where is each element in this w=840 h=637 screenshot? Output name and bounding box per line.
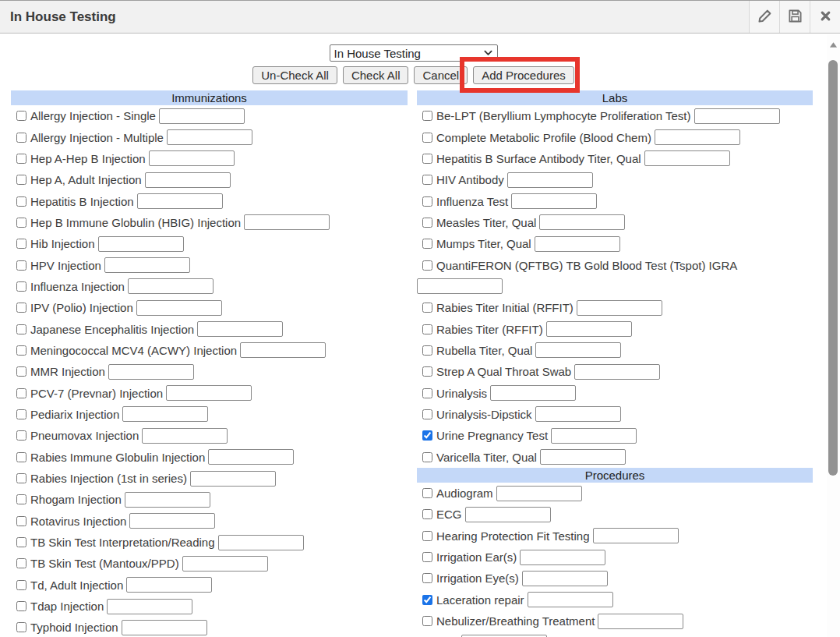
checkbox-pcv-7-prevnar-injection[interactable]: [16, 388, 26, 398]
count-input-complete-metabolic-profile-blood-chem[interactable]: [655, 129, 740, 145]
checkbox-rabies-titer-initial-rffit[interactable]: [422, 303, 432, 313]
count-input-ecg[interactable]: [465, 507, 551, 522]
close-button[interactable]: [810, 1, 840, 33]
count-input-pcv-7-prevnar-injection[interactable]: [166, 385, 252, 401]
count-input-urine-pregnancy-test[interactable]: [551, 428, 637, 444]
count-input-hpv-injection[interactable]: [104, 257, 190, 273]
count-input-nebulizer-breathing-treatment[interactable]: [598, 614, 683, 629]
checkbox-measles-titer-qual[interactable]: [422, 218, 432, 228]
checkbox-allergy-injection-multiple[interactable]: [16, 133, 26, 143]
count-input-rabies-immune-globulin-injection[interactable]: [208, 449, 294, 465]
count-input-tb-skin-test-interpretation-reading[interactable]: [218, 535, 304, 550]
checkbox-tb-skin-test-interpretation-reading[interactable]: [16, 537, 26, 547]
checkbox-pediarix-injection[interactable]: [16, 409, 26, 419]
checkbox-rabies-injection-1st-in-series[interactable]: [16, 473, 26, 483]
un-check-all-button[interactable]: Un-Check All: [252, 66, 337, 84]
count-input-hep-a-adult-injection[interactable]: [145, 172, 231, 188]
checkbox-strep-a-qual-throat-swab[interactable]: [422, 366, 432, 377]
count-input-rabies-titer-rffit[interactable]: [546, 321, 632, 337]
checkbox-hiv-antibody[interactable]: [422, 175, 432, 185]
count-input-strep-a-qual-throat-swab[interactable]: [574, 364, 660, 380]
count-input-td-adult-injection[interactable]: [126, 577, 212, 593]
category-select[interactable]: In House Testing: [330, 44, 498, 62]
add-procedures-button[interactable]: Add Procedures: [473, 66, 574, 84]
checkbox-tdap-injection[interactable]: [16, 601, 26, 611]
checkbox-hep-a-hep-b-injection[interactable]: [16, 154, 26, 164]
count-input-allergy-injection-single[interactable]: [159, 108, 245, 124]
checkbox-influenza-injection[interactable]: [16, 281, 26, 292]
checkbox-influenza-test[interactable]: [422, 196, 432, 207]
checkbox-hib-injection[interactable]: [16, 239, 26, 249]
checkbox-be-lpt-beryllium-lymphocyte-proliferation-test[interactable]: [422, 111, 432, 121]
count-input-hiv-antibody[interactable]: [507, 172, 593, 188]
count-input-tb-skin-test-mantoux-ppd[interactable]: [182, 556, 268, 572]
checkbox-nebulizer-breathing-treatment[interactable]: [422, 616, 432, 626]
save-button[interactable]: [779, 1, 810, 33]
count-input-irrigation-ear-s[interactable]: [520, 550, 605, 565]
count-input-tdap-injection[interactable]: [107, 599, 192, 614]
count-input-pediarix-injection[interactable]: [122, 406, 208, 422]
count-input-hep-a-hep-b-injection[interactable]: [149, 150, 235, 166]
count-input-quantiferon-qftbg-tb-gold-blood-test-tspot-igra[interactable]: [417, 278, 503, 294]
count-input-ipv-polio-injection[interactable]: [136, 300, 222, 316]
count-input-japanese-encephalitis-injection[interactable]: [197, 321, 283, 337]
count-input-hib-injection[interactable]: [98, 236, 184, 252]
checkbox-mumps-titer-qual[interactable]: [422, 239, 432, 249]
count-input-hepatitis-b-surface-antibody-titer-qual[interactable]: [644, 150, 730, 166]
checkbox-audiogram[interactable]: [422, 488, 432, 498]
count-input-urinalysis[interactable]: [490, 385, 576, 401]
count-input-audiogram[interactable]: [496, 486, 582, 501]
count-input-rotavirus-injection[interactable]: [129, 513, 215, 529]
checkbox-japanese-encephalitis-injection[interactable]: [16, 324, 26, 334]
checkbox-hepatitis-b-injection[interactable]: [16, 196, 26, 207]
count-input-mumps-titer-qual[interactable]: [535, 236, 620, 252]
checkbox-rabies-titer-rffit[interactable]: [422, 324, 432, 334]
edit-button[interactable]: [749, 1, 779, 33]
checkbox-hearing-protection-fit-testing[interactable]: [422, 531, 432, 541]
checkbox-urinalysis[interactable]: [422, 388, 432, 398]
scrollbar-thumb[interactable]: [828, 60, 838, 476]
checkbox-mmr-injection[interactable]: [16, 366, 26, 377]
checkbox-meningococcal-mcv4-acwy-injection[interactable]: [16, 345, 26, 356]
checkbox-irrigation-eye-s[interactable]: [422, 573, 432, 583]
checkbox-rabies-immune-globulin-injection[interactable]: [16, 452, 26, 462]
checkbox-urine-pregnancy-test[interactable]: [422, 430, 432, 441]
count-input-rabies-titer-initial-rffit[interactable]: [577, 300, 662, 316]
checkbox-hpv-injection[interactable]: [16, 260, 26, 271]
count-input-urinalysis-dipstick[interactable]: [535, 406, 621, 422]
checkbox-rhogam-injection[interactable]: [16, 494, 26, 504]
vertical-scrollbar[interactable]: [827, 34, 840, 637]
count-input-varicella-titer-qual[interactable]: [540, 449, 626, 465]
checkbox-complete-metabolic-profile-blood-chem[interactable]: [422, 133, 432, 143]
count-input-laceration-repair[interactable]: [528, 592, 613, 607]
checkbox-laceration-repair[interactable]: [422, 595, 432, 605]
checkbox-typhoid-injection[interactable]: [16, 622, 26, 632]
count-input-influenza-test[interactable]: [511, 193, 597, 209]
checkbox-td-adult-injection[interactable]: [16, 580, 26, 590]
checkbox-pneumovax-injection[interactable]: [16, 430, 26, 441]
count-input-rhogam-injection[interactable]: [125, 492, 210, 508]
checkbox-allergy-injection-single[interactable]: [16, 111, 26, 121]
checkbox-ecg[interactable]: [422, 509, 432, 519]
checkbox-urinalysis-dipstick[interactable]: [422, 409, 432, 419]
count-input-hepatitis-b-injection[interactable]: [137, 193, 223, 209]
checkbox-rubella-titer-qual[interactable]: [422, 345, 432, 356]
checkbox-quantiferon-qftbg-tb-gold-blood-test-tspot-igra[interactable]: [422, 260, 432, 271]
count-input-rubella-titer-qual[interactable]: [535, 342, 621, 358]
check-all-button[interactable]: Check All: [343, 66, 409, 84]
count-input-rabies-injection-1st-in-series[interactable]: [190, 471, 276, 487]
checkbox-varicella-titer-qual[interactable]: [422, 452, 432, 462]
count-input-meningococcal-mcv4-acwy-injection[interactable]: [240, 342, 326, 358]
scroll-up-icon[interactable]: [828, 39, 838, 50]
checkbox-tb-skin-test-mantoux-ppd[interactable]: [16, 558, 26, 568]
checkbox-ipv-polio-injection[interactable]: [16, 303, 26, 313]
count-input-typhoid-injection[interactable]: [122, 620, 207, 635]
count-input-hearing-protection-fit-testing[interactable]: [593, 528, 679, 543]
count-input-be-lpt-beryllium-lymphocyte-proliferation-test[interactable]: [694, 108, 780, 124]
checkbox-hepatitis-b-surface-antibody-titer-qual[interactable]: [422, 154, 432, 164]
checkbox-hep-a-adult-injection[interactable]: [16, 175, 26, 185]
checkbox-hep-b-immune-globulin-hbig-injection[interactable]: [16, 218, 26, 228]
cancel-button[interactable]: Cancel: [414, 66, 468, 84]
checkbox-irrigation-ear-s[interactable]: [422, 552, 432, 562]
count-input-irrigation-eye-s[interactable]: [522, 571, 608, 586]
